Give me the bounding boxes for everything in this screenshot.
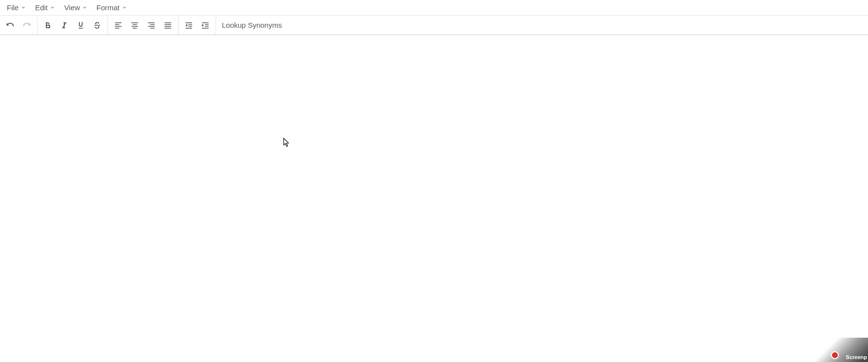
italic-icon <box>60 21 69 30</box>
chevron-down-icon <box>51 7 54 9</box>
toolbar: Lookup Synonyms <box>0 16 868 35</box>
undo-icon <box>6 21 15 30</box>
strikethrough-button[interactable] <box>89 17 106 34</box>
menu-file-label: File <box>7 3 18 12</box>
align-center-icon <box>130 21 139 30</box>
editor-content-area[interactable] <box>0 35 868 362</box>
align-center-button[interactable] <box>127 17 143 34</box>
menu-edit[interactable]: Edit <box>30 1 59 14</box>
underline-icon <box>76 21 85 30</box>
menu-file[interactable]: File <box>2 1 30 14</box>
menu-bar: File Edit View Format <box>0 0 868 16</box>
menu-view-label: View <box>64 3 80 12</box>
menu-view[interactable]: View <box>59 1 91 14</box>
underline-button[interactable] <box>72 17 89 34</box>
toolbar-group-alignment <box>108 16 179 35</box>
chevron-down-icon <box>123 7 127 9</box>
menu-edit-label: Edit <box>35 3 48 12</box>
toolbar-group-indent <box>179 16 216 35</box>
undo-button[interactable] <box>2 17 18 34</box>
menu-format[interactable]: Format <box>91 1 131 14</box>
redo-icon <box>22 21 31 30</box>
decrease-indent-button[interactable] <box>181 17 197 34</box>
align-justify-button[interactable] <box>160 17 176 34</box>
lookup-synonyms-label: Lookup Synonyms <box>222 21 282 29</box>
decrease-indent-icon <box>184 21 193 30</box>
bold-icon <box>43 21 52 30</box>
align-left-icon <box>114 21 123 30</box>
redo-button[interactable] <box>18 17 35 34</box>
bold-button[interactable] <box>39 17 56 34</box>
italic-button[interactable] <box>56 17 72 34</box>
increase-indent-button[interactable] <box>197 17 214 34</box>
menu-format-label: Format <box>96 3 120 12</box>
chevron-down-icon <box>83 7 87 9</box>
align-justify-icon <box>163 21 172 30</box>
align-left-button[interactable] <box>110 17 127 34</box>
chevron-down-icon <box>21 7 25 9</box>
strikethrough-icon <box>93 21 102 30</box>
increase-indent-icon <box>201 21 210 30</box>
toolbar-group-text-style <box>37 16 108 35</box>
align-right-button[interactable] <box>143 17 160 34</box>
lookup-synonyms-button[interactable]: Lookup Synonyms <box>216 17 288 34</box>
align-right-icon <box>147 21 156 30</box>
toolbar-group-history <box>0 16 37 35</box>
